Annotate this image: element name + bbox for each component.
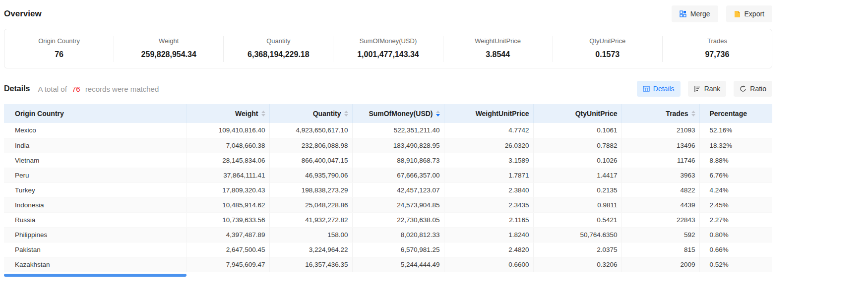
cell-weight: 10,739,633.56 [186, 212, 269, 227]
details-summary: A total of 76 records were matched [38, 85, 159, 93]
stat-value: 76 [4, 50, 114, 59]
cell-trades: 22843 [621, 212, 699, 227]
cell-weight: 17,809,320.43 [186, 182, 269, 197]
view-button-details[interactable]: Details [637, 81, 681, 97]
table-row[interactable]: Philippines4,397,487.89158.008,020,812.3… [4, 227, 772, 242]
cell-quantity: 25,048,228.86 [269, 197, 352, 212]
cell-quantity: 4,923,650,617.10 [269, 123, 352, 138]
stat-label: Trades [663, 37, 772, 45]
cell-qty_unit_price: 2.0375 [533, 242, 621, 257]
view-button-rank[interactable]: Rank [688, 81, 727, 97]
table-body: Mexico109,410,816.404,923,650,617.10522,… [4, 123, 772, 272]
cell-origin_country: Vietnam [4, 153, 186, 168]
column-header-percentage: Percentage [699, 104, 772, 123]
cell-weight: 7,945,609.47 [186, 257, 269, 272]
cell-sum_of_money_usd: 183,490,828.95 [352, 138, 444, 153]
cell-weight_unit_price: 2.3840 [444, 182, 533, 197]
cell-weight_unit_price: 1.7871 [444, 168, 533, 182]
stat-label: QtyUnitPrice [553, 37, 662, 45]
cell-trades: 2009 [621, 257, 699, 272]
cell-quantity: 16,357,436.35 [269, 257, 352, 272]
table-row[interactable]: India7,048,660.38232,806,088.98183,490,8… [4, 138, 772, 153]
cell-trades: 3963 [621, 168, 699, 182]
cell-quantity: 41,932,272.82 [269, 212, 352, 227]
cell-percentage: 4.24% [699, 182, 772, 197]
cell-weight: 2,647,500.45 [186, 242, 269, 257]
summary-suffix: records were matched [85, 85, 159, 93]
stat-label: Quantity [224, 37, 333, 45]
stat-label: WeightUnitPrice [443, 37, 553, 45]
cell-trades: 4439 [621, 197, 699, 212]
details-bar: Details A total of 76 records were match… [4, 81, 772, 97]
cell-sum_of_money_usd: 8,020,812.33 [352, 227, 444, 242]
summary-prefix: A total of [38, 85, 66, 93]
topbar: Overview Merge [4, 0, 772, 29]
cell-trades: 11746 [621, 153, 699, 168]
view-button-ratio[interactable]: Ratio [734, 81, 772, 97]
stat-label: SumOfMoney(USD) [333, 37, 442, 45]
sort-carets-icon [691, 111, 695, 117]
cell-qty_unit_price: 0.5421 [533, 212, 621, 227]
export-button-label: Export [744, 10, 764, 18]
column-label: QtyUnitPrice [575, 110, 618, 118]
cell-sum_of_money_usd: 22,730,638.05 [352, 212, 444, 227]
table-row[interactable]: Peru37,864,111.4146,935,790.0667,666,357… [4, 168, 772, 182]
cell-sum_of_money_usd: 6,570,981.25 [352, 242, 444, 257]
stat-value: 1,001,477,143.34 [333, 50, 442, 59]
cell-weight_unit_price: 4.7742 [444, 123, 533, 138]
column-header-sum_of_money_usd[interactable]: SumOfMoney(USD) [352, 104, 444, 123]
cell-trades: 815 [621, 242, 699, 257]
column-label: Weight [235, 110, 258, 118]
column-header-trades[interactable]: Trades [621, 104, 699, 123]
cell-sum_of_money_usd: 67,666,357.00 [352, 168, 444, 182]
overview-stat: Trades 97,736 [663, 36, 772, 62]
column-header-weight[interactable]: Weight [186, 104, 269, 123]
column-label: Trades [666, 110, 688, 118]
column-header-quantity[interactable]: Quantity [269, 104, 352, 123]
cell-trades: 592 [621, 227, 699, 242]
table-row[interactable]: Mexico109,410,816.404,923,650,617.10522,… [4, 123, 772, 138]
horizontal-scrollbar-thumb[interactable] [4, 274, 186, 277]
overview-stat: SumOfMoney(USD) 1,001,477,143.34 [333, 36, 443, 62]
cell-weight: 109,410,816.40 [186, 123, 269, 138]
cell-weight: 28,145,834.06 [186, 153, 269, 168]
cell-percentage: 8.88% [699, 153, 772, 168]
cell-weight_unit_price: 3.1589 [444, 153, 533, 168]
table-row[interactable]: Kazakhstan7,945,609.4716,357,436.355,244… [4, 257, 772, 272]
column-label: Percentage [710, 110, 747, 118]
cell-weight: 37,864,111.41 [186, 168, 269, 182]
cell-sum_of_money_usd: 42,457,123.07 [352, 182, 444, 197]
column-header-qty_unit_price: QtyUnitPrice [533, 104, 621, 123]
table-row[interactable]: Indonesia10,485,914.6225,048,228.8624,57… [4, 197, 772, 212]
cell-trades: 21093 [621, 123, 699, 138]
export-button[interactable]: Export [726, 5, 772, 22]
column-header-origin_country: Origin Country [4, 104, 186, 123]
table-row[interactable]: Vietnam28,145,834.06866,400,047.1588,910… [4, 153, 772, 168]
cell-weight_unit_price: 2.4820 [444, 242, 533, 257]
stat-label: Origin Country [4, 37, 114, 45]
merge-button[interactable]: Merge [672, 5, 718, 22]
cell-qty_unit_price: 1.4417 [533, 168, 621, 182]
cell-sum_of_money_usd: 5,244,444.49 [352, 257, 444, 272]
table-row[interactable]: Pakistan2,647,500.453,224,964.226,570,98… [4, 242, 772, 257]
overview-stat: Quantity 6,368,194,229.18 [224, 36, 333, 62]
cell-qty_unit_price: 0.3206 [533, 257, 621, 272]
table-header-row: Origin CountryWeightQuantitySumOfMoney(U… [4, 104, 772, 123]
column-header-weight_unit_price: WeightUnitPrice [444, 104, 533, 123]
cell-origin_country: Pakistan [4, 242, 186, 257]
cell-weight_unit_price: 26.0320 [444, 138, 533, 153]
cell-quantity: 46,935,790.06 [269, 168, 352, 182]
sort-carets-icon [261, 111, 265, 117]
cell-origin_country: Peru [4, 168, 186, 182]
cell-sum_of_money_usd: 88,910,868.73 [352, 153, 444, 168]
cell-weight_unit_price: 0.6600 [444, 257, 533, 272]
export-icon [734, 10, 741, 18]
table-row[interactable]: Turkey17,809,320.43198,838,273.2942,457,… [4, 182, 772, 197]
table-grid-icon [643, 85, 650, 92]
merge-icon [680, 10, 686, 17]
overview-stat: Weight 259,828,954.34 [114, 36, 224, 62]
table-row[interactable]: Russia10,739,633.5641,932,272.8222,730,6… [4, 212, 772, 227]
cell-percentage: 2.45% [699, 197, 772, 212]
cell-weight_unit_price: 1.8240 [444, 227, 533, 242]
cell-origin_country: Turkey [4, 182, 186, 197]
